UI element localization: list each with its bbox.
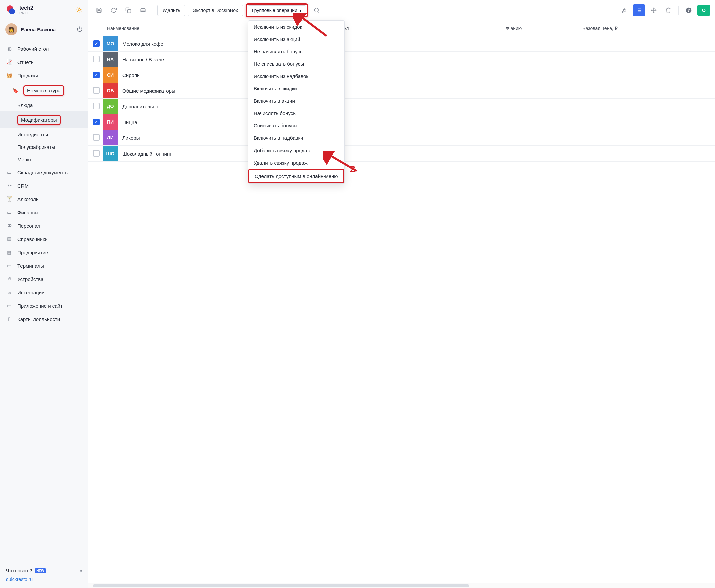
- nav: ◐Рабочий стол 📈Отчеты 🧺Продажи 🔖Номенкла…: [0, 41, 88, 564]
- dd-exclude-markups[interactable]: Исключить из надбавок: [248, 70, 345, 82]
- sidebar-item-semifinished[interactable]: Полуфабрикаты: [0, 141, 88, 153]
- sidebar-item-sales[interactable]: 🧺Продажи: [0, 69, 88, 82]
- power-icon[interactable]: [77, 26, 83, 33]
- terminal-icon: ▭: [6, 262, 13, 269]
- sidebar-item-modifiers[interactable]: Модификаторы: [0, 111, 88, 128]
- box-icon: ▭: [6, 169, 13, 175]
- collapse-icon[interactable]: «: [79, 568, 82, 573]
- sidebar-footer: Что нового? NEW « quickresto.ru: [0, 564, 88, 588]
- brand-logo: [5, 5, 16, 15]
- table-row[interactable]: ЛИ Ликеры⌄: [88, 130, 715, 146]
- dd-exclude-promos[interactable]: Исключить из акций: [248, 33, 345, 45]
- sidebar-item-dishes[interactable]: Блюда: [0, 99, 88, 111]
- sidebar-item-staff[interactable]: ⚉Персонал: [0, 219, 88, 232]
- inbox-icon[interactable]: [137, 4, 149, 16]
- svg-point-2: [78, 8, 81, 11]
- sidebar-item-dashboard[interactable]: ◐Рабочий стол: [0, 42, 88, 56]
- horizontal-scrollbar[interactable]: [88, 583, 715, 588]
- sidebar-item-ingredients[interactable]: Ингредиенты: [0, 128, 88, 141]
- sidebar-item-nomenclature[interactable]: 🔖Номенклатура: [0, 82, 88, 99]
- glass-icon: 🍸: [6, 195, 13, 202]
- avatar[interactable]: 👩: [5, 23, 17, 35]
- sidebar-item-terminals[interactable]: ▭Терминалы: [0, 259, 88, 272]
- dd-include-promos[interactable]: Включить в акции: [248, 95, 345, 107]
- sidebar-item-company[interactable]: ▦Предприятие: [0, 246, 88, 259]
- table-row[interactable]: НА На вынос / В зале⌄: [88, 52, 715, 67]
- dd-no-bonus-spend[interactable]: Не списывать бонусы: [248, 58, 345, 70]
- row-checkbox[interactable]: ✓: [93, 119, 100, 125]
- sidebar-item-crm[interactable]: ⚇CRM: [0, 179, 88, 192]
- table-row[interactable]: ✓ ПИ Пицца⌄: [88, 114, 715, 130]
- row-name: Дополнительно: [123, 104, 158, 109]
- search-icon[interactable]: [311, 4, 323, 16]
- row-checkbox[interactable]: [93, 56, 100, 62]
- row-tag: ШО: [103, 146, 118, 161]
- annotation-2: 2: [350, 164, 355, 174]
- main: Удалить Экспорт в DocsInBox Групповые оп…: [88, 0, 715, 588]
- table-row[interactable]: ДО Дополнительно⌄: [88, 99, 715, 114]
- table-row[interactable]: ШО Шоколадный топпинг⌄: [88, 146, 715, 162]
- sidebar-item-integrations[interactable]: ∞Интеграции: [0, 286, 88, 299]
- sidebar-item-finance[interactable]: ▭Финансы: [0, 206, 88, 219]
- row-tag: ПИ: [103, 114, 118, 130]
- new-badge: NEW: [35, 568, 46, 573]
- svg-text:?: ?: [688, 8, 690, 12]
- dd-no-bonus-accrue[interactable]: Не начислять бонусы: [248, 45, 345, 58]
- refresh-icon[interactable]: [108, 4, 120, 16]
- move-icon[interactable]: [648, 4, 659, 16]
- dd-remove-bundle[interactable]: Удалить связку продаж: [248, 156, 345, 169]
- help-icon[interactable]: ?: [682, 4, 695, 16]
- dd-exclude-discounts[interactable]: Исключить из скидок: [248, 21, 345, 33]
- row-checkbox[interactable]: [93, 150, 100, 156]
- whats-new[interactable]: Что нового? NEW «: [6, 568, 82, 573]
- building-icon: ▦: [6, 249, 13, 256]
- row-name: Молоко для кофе: [123, 41, 164, 47]
- basket-icon: 🧺: [6, 72, 13, 79]
- sidebar-item-menu[interactable]: Меню: [0, 153, 88, 166]
- table-row[interactable]: ОБ Общие модификаторы⌄: [88, 83, 715, 99]
- card-icon: ▭: [6, 209, 13, 215]
- row-checkbox[interactable]: ✓: [93, 40, 100, 47]
- group-operations-button[interactable]: Групповые операции ▾ Исключить из скидок…: [248, 5, 306, 15]
- delete-button[interactable]: Удалить: [157, 5, 185, 16]
- trash-icon[interactable]: [662, 4, 674, 16]
- tools-icon[interactable]: [618, 4, 630, 16]
- dd-include-discounts[interactable]: Включить в скидки: [248, 82, 345, 95]
- loyalty-icon: ▯: [6, 316, 13, 322]
- sidebar-item-devices[interactable]: ⎙Устройства: [0, 272, 88, 286]
- theme-toggle-icon[interactable]: [76, 6, 83, 14]
- table-row[interactable]: ✓ СИ Сиропы⌄: [88, 67, 715, 83]
- green-button[interactable]: О: [697, 5, 710, 16]
- toolbar: Удалить Экспорт в DocsInBox Групповые оп…: [88, 0, 715, 21]
- row-name: Общие модификаторы: [123, 88, 175, 94]
- sidebar-item-app[interactable]: ▭Приложение и сайт: [0, 299, 88, 312]
- export-button[interactable]: Экспорт в DocsInBox: [188, 5, 243, 16]
- svg-point-1: [9, 8, 15, 14]
- footer-link[interactable]: quickresto.ru: [6, 577, 82, 582]
- printer-icon: ⎙: [6, 276, 13, 282]
- dd-online-menu[interactable]: Сделать доступным в онлайн-меню: [248, 169, 345, 183]
- dd-bonus-spend[interactable]: Списывать бонусы: [248, 120, 345, 132]
- sidebar-item-stock[interactable]: ▭Складские документы: [0, 166, 88, 179]
- th-default[interactable]: лчанию: [501, 21, 578, 36]
- row-checkbox[interactable]: ✓: [93, 72, 100, 79]
- sidebar-item-loyalty[interactable]: ▯Карты лояльности: [0, 312, 88, 326]
- dd-add-bundle[interactable]: Добавить связку продаж: [248, 144, 345, 156]
- list-view-icon[interactable]: [633, 4, 645, 16]
- sidebar-item-alcohol[interactable]: 🍸Алкоголь: [0, 192, 88, 206]
- save-icon[interactable]: [93, 4, 105, 16]
- copy-icon[interactable]: [123, 4, 134, 16]
- table-row[interactable]: ✓ МО Молоко для кофе⌄: [88, 36, 715, 52]
- users-icon: ⚉: [6, 222, 13, 229]
- th-price[interactable]: Базовая цена, ₽: [578, 21, 715, 36]
- row-checkbox[interactable]: [93, 103, 100, 109]
- dd-bonus-accrue[interactable]: Начислять бонусы: [248, 107, 345, 120]
- brand-block: tech2 PRO: [0, 0, 88, 20]
- sidebar-item-refs[interactable]: ▤Справочники: [0, 232, 88, 246]
- row-tag: СИ: [103, 67, 118, 83]
- row-checkbox[interactable]: [93, 87, 100, 94]
- row-checkbox[interactable]: [93, 134, 100, 141]
- dd-include-markups[interactable]: Включить в надбавки: [248, 132, 345, 144]
- row-tag: ОБ: [103, 83, 118, 99]
- sidebar-item-reports[interactable]: 📈Отчеты: [0, 56, 88, 69]
